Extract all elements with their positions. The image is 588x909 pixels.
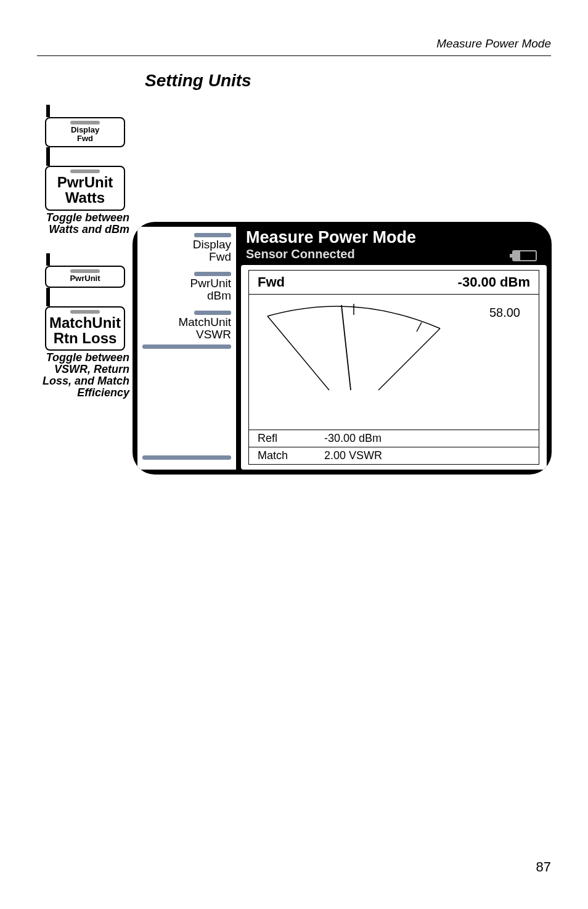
softkey-bar-icon [194,311,231,315]
connector-line [46,288,50,306]
side-button-pwrunit[interactable]: PwrUnit dBm [142,272,231,306]
softkey-label: PwrUnit [49,174,121,190]
left-column: Display Fwd PwrUnit Watts Toggle between… [34,105,129,399]
device-title: Measure Power Mode [246,228,542,247]
side-button-label: VSWR [142,328,231,341]
softkey-label: Watts [49,190,121,205]
connector-line [46,105,50,117]
softkey-label: MatchUnit [49,315,121,330]
match-label: Match [258,449,300,462]
refl-value: -30.00 dBm [324,432,382,445]
device-main-area: Measure Power Mode Sensor Connected Fwd … [236,222,552,475]
side-button-display[interactable]: Display Fwd [142,233,231,267]
connector-line [46,253,50,266]
running-head: Measure Power Mode [436,37,551,51]
svg-line-4 [341,305,351,390]
match-value: 2.00 VSWR [324,449,382,462]
device-side-menu: Display Fwd PwrUnit dBm MatchUnit VSWR [137,227,236,470]
softkey-bar-icon [142,455,231,460]
softkey-bar-icon [194,272,231,276]
device-screen-body: Fwd -30.00 dBm 58.00 Refl -30.00 dBm [241,265,547,470]
softkey-pwrunit-watts: PwrUnit Watts [45,166,125,210]
analog-gauge: 58.00 [248,295,539,430]
softkey-label: PwrUnit [49,274,121,283]
softkey-label: Fwd [49,134,121,143]
softkey-matchunit-rtnloss: MatchUnit Rtn Loss [45,306,125,351]
header-rule [37,55,551,56]
section-title: Setting Units [145,71,251,91]
side-button-label: PwrUnit [142,277,231,290]
refl-readout-row: Refl -30.00 dBm [248,430,539,447]
fwd-readout-row: Fwd -30.00 dBm [248,270,539,295]
page-number: 87 [536,859,551,875]
softkey-bar-icon [194,233,231,237]
gauge-value: 58.00 [489,306,520,320]
side-button-matchunit[interactable]: MatchUnit VSWR [142,311,231,354]
softkey-label: Rtn Loss [49,330,121,346]
softkey-label: Display [49,126,121,134]
softkey-display-fwd-small: Display Fwd [45,117,125,147]
side-button-blank[interactable] [142,359,231,463]
device-titlebar: Measure Power Mode Sensor Connected [241,226,547,265]
svg-line-3 [417,322,422,332]
softkey-pwrunit-small: PwrUnit [45,266,125,288]
softkey-caption: Toggle between Watts and dBm [34,212,129,235]
svg-line-0 [267,316,329,390]
battery-icon [512,250,537,261]
connector-line [46,147,50,166]
device-screen: Display Fwd PwrUnit dBm MatchUnit VSWR M… [133,222,552,475]
side-button-label: MatchUnit [142,316,231,328]
match-readout-row: Match 2.00 VSWR [248,447,539,465]
softkey-caption: Toggle between VSWR, Return Loss, and Ma… [34,352,129,399]
side-button-label: Display [142,238,231,251]
side-button-label: Fwd [142,251,231,263]
softkey-bar-icon [142,344,231,349]
device-subtitle: Sensor Connected [246,247,542,261]
svg-line-1 [378,328,440,390]
fwd-label: Fwd [258,274,285,290]
refl-label: Refl [258,432,300,445]
fwd-value: -30.00 dBm [458,274,530,290]
gauge-icon [255,298,452,396]
side-button-label: dBm [142,290,231,302]
